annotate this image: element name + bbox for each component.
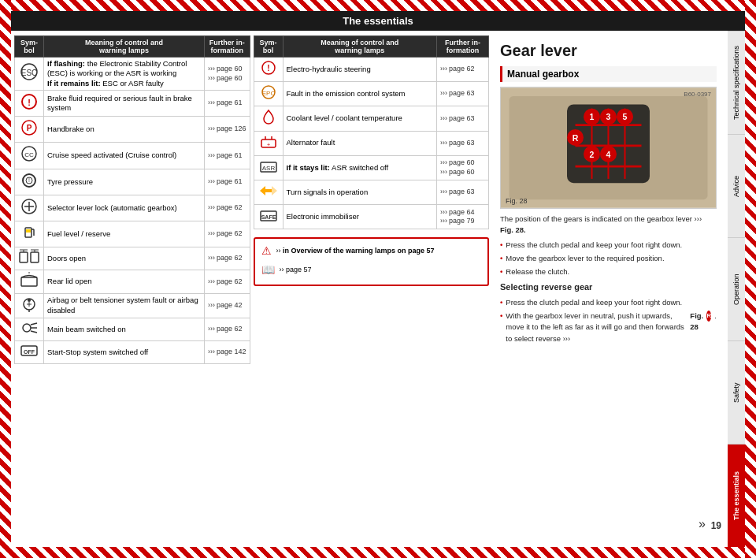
symbol-rear-lid (15, 270, 44, 293)
gear-caption: Fig. 28 (506, 197, 528, 205)
sidebar-tab-label: Operation (732, 273, 740, 305)
symbol-safe: SAFE (254, 205, 283, 229)
meaning-stop: Start-Stop system switched off (44, 340, 205, 363)
table-row: Main beam switched on page 62 (15, 318, 250, 340)
gear-lever-title: Gear lever (500, 42, 717, 60)
page-arrow: » (699, 517, 706, 531)
t2-h3: Further in-formation (437, 36, 489, 58)
sidebar-tab-safety[interactable]: Safety (728, 340, 745, 444)
table-row: EPC Fault in the emission control system… (254, 82, 489, 106)
symbol-cruise: CC (15, 143, 44, 169)
border-left (0, 0, 11, 558)
symbol-airbag (15, 293, 44, 318)
warning-text-1: ›› in Overview of the warning lamps on p… (276, 246, 435, 257)
svg-rect-19 (20, 252, 28, 262)
gear-bullet-1: Press the clutch pedal and keep your foo… (500, 240, 717, 251)
gear-bullet-3: Release the clutch. (500, 266, 717, 277)
svg-text:!: ! (267, 64, 269, 73)
meaning-doors: Doors open (44, 247, 205, 270)
gear-description: The position of the gears is indicated o… (500, 214, 717, 347)
meaning-turn-signals: Turn signals in operation (283, 180, 437, 204)
svg-text:!: ! (28, 177, 30, 183)
reverse-bullet-2: With the gearbox lever in neutral, push … (500, 311, 717, 344)
svg-text:3: 3 (606, 112, 611, 121)
svg-marker-49 (265, 186, 277, 195)
meaning-asr: If it stays lit: ASR switched off (283, 155, 437, 180)
t2-h1: Sym-bol (254, 36, 283, 58)
svg-rect-22 (31, 252, 39, 262)
page-cruise: page 61 (204, 143, 250, 169)
content-area: Sym-bol Meaning of control andwarning la… (11, 31, 745, 547)
warning-row-1: ⚠ ›› in Overview of the warning lamps on… (261, 243, 482, 259)
svg-text:5: 5 (623, 112, 628, 121)
table1: Sym-bol Meaning of control andwarning la… (14, 35, 250, 364)
svg-rect-25 (21, 277, 37, 286)
page-coolant: page 63 (437, 106, 489, 131)
page-handbrake: page 126 (204, 117, 250, 143)
table-row: + Alternator fault page 63 (254, 131, 489, 155)
border-right (745, 0, 756, 558)
sidebar-tab-operation[interactable]: Operation (728, 237, 745, 340)
page-main-beam: page 62 (204, 318, 250, 340)
page-title: The essentials (343, 15, 413, 27)
symbol-turn-signals (254, 180, 283, 204)
sidebar-tab-essentials[interactable]: The essentials (728, 444, 745, 547)
gear-image: B60-0397 (500, 87, 717, 209)
sidebar-tab-label: Advice (732, 176, 740, 197)
warning-box: ⚠ ›› in Overview of the warning lamps on… (254, 237, 490, 286)
gear-text-intro: The position of the gears is indicated o… (500, 214, 717, 236)
symbol-fuel (15, 221, 44, 247)
svg-point-32 (23, 324, 31, 332)
table-row: P Handbrake on page 126 (15, 117, 250, 143)
symbol-main-beam (15, 318, 44, 340)
page-brake: page 61 (204, 91, 250, 117)
sidebar-tab-advice[interactable]: Advice (728, 134, 745, 237)
gear-bullet-2: Move the gearbox lever to the required p… (500, 253, 717, 264)
border-bottom (0, 547, 756, 558)
sidebar-tab-label: Safety (732, 382, 740, 403)
gear-subtitle: Manual gearbox (500, 66, 717, 82)
sidebar-tab-label: Technical specifications (732, 46, 740, 120)
table-row: Fuel level / reserve page 62 (15, 221, 250, 247)
reverse-gear-title: Selecting reverse gear (500, 281, 717, 294)
page-airbag: page 42 (204, 293, 250, 318)
meaning-brake: Brake fluid required or serious fault in… (44, 91, 205, 117)
page-esc: page 60 page 60 (204, 58, 250, 91)
svg-text:1: 1 (590, 112, 595, 121)
svg-text:EPC: EPC (261, 90, 275, 97)
right-panel: Gear lever Manual gearbox B60-0397 (492, 35, 724, 542)
book-icon: 📖 (261, 262, 275, 278)
t2-h2: Meaning of control andwarning lamps (283, 36, 437, 58)
page-emission: page 63 (437, 82, 489, 106)
svg-text:ESC: ESC (21, 69, 38, 77)
page-fuel: page 62 (204, 221, 250, 247)
svg-text:2: 2 (590, 150, 595, 159)
table-row: ASR If it stays lit: ASR switched off pa… (254, 155, 489, 180)
page-number: 19 (711, 520, 721, 531)
table-row: ! Tyre pressure page 61 (15, 169, 250, 195)
tables-area: Sym-bol Meaning of control andwarning la… (11, 31, 728, 547)
symbol-steering: ! (254, 58, 283, 82)
meaning-rear-lid: Rear lid open (44, 270, 205, 293)
title-bar: The essentials (11, 11, 745, 31)
symbol-doors (15, 247, 44, 270)
symbol-esc: ESC (15, 58, 44, 91)
t1-h1: Sym-bol (15, 36, 44, 58)
svg-point-29 (28, 299, 31, 302)
page-alternator: page 63 (437, 131, 489, 155)
meaning-cruise: Cruise speed activated (Cruise control) (44, 143, 205, 169)
table-row: Coolant level / coolant temperature page… (254, 106, 489, 131)
sidebar-tab-technical[interactable]: Technical specifications (728, 31, 745, 134)
meaning-handbrake: Handbrake on (44, 117, 205, 143)
symbol-emission: EPC (254, 82, 283, 106)
table-row: ESC If flashing: the Electronic Stabilit… (15, 58, 250, 91)
reverse-bullet-1: Press the clutch pedal and keep your foo… (500, 297, 717, 308)
table-row: OFF Start-Stop system switched off page … (15, 340, 250, 363)
page-tyre: page 61 (204, 169, 250, 195)
meaning-fuel: Fuel level / reserve (44, 221, 205, 247)
svg-text:+: + (266, 142, 269, 147)
page-rear-lid: page 62 (204, 270, 250, 293)
meaning-selector: Selector lever lock (automatic gearbox) (44, 195, 205, 221)
symbol-stop: OFF (15, 340, 44, 363)
warning-triangle-icon: ⚠ (261, 243, 272, 259)
